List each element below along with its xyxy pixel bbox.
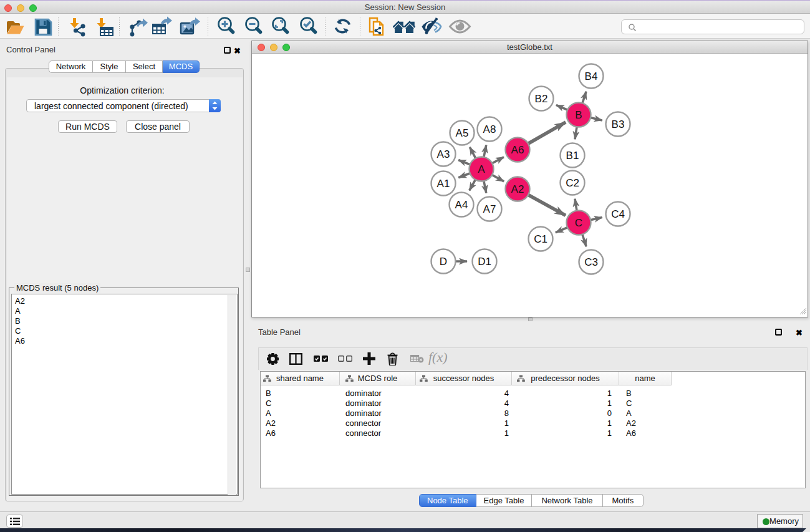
svg-text:A4: A4 bbox=[455, 199, 468, 211]
svg-text:A8: A8 bbox=[483, 123, 496, 135]
svg-text:B2: B2 bbox=[535, 93, 548, 105]
svg-text:A3: A3 bbox=[437, 148, 450, 160]
svg-text:C4: C4 bbox=[611, 208, 625, 220]
svg-text:D1: D1 bbox=[478, 256, 491, 268]
svg-text:D: D bbox=[440, 256, 447, 268]
svg-text:B1: B1 bbox=[566, 150, 579, 162]
svg-text:B4: B4 bbox=[585, 70, 598, 82]
svg-text:A6: A6 bbox=[511, 144, 524, 156]
svg-text:C2: C2 bbox=[566, 177, 579, 189]
svg-text:A1: A1 bbox=[437, 178, 450, 190]
svg-text:C: C bbox=[575, 217, 582, 229]
svg-text:A2: A2 bbox=[511, 183, 524, 195]
svg-text:A: A bbox=[478, 163, 485, 175]
svg-text:B3: B3 bbox=[612, 118, 625, 130]
svg-text:A5: A5 bbox=[456, 127, 469, 139]
svg-text:B: B bbox=[575, 109, 582, 121]
svg-text:A7: A7 bbox=[483, 203, 496, 215]
svg-text:C1: C1 bbox=[534, 233, 547, 245]
svg-text:C3: C3 bbox=[584, 256, 598, 268]
